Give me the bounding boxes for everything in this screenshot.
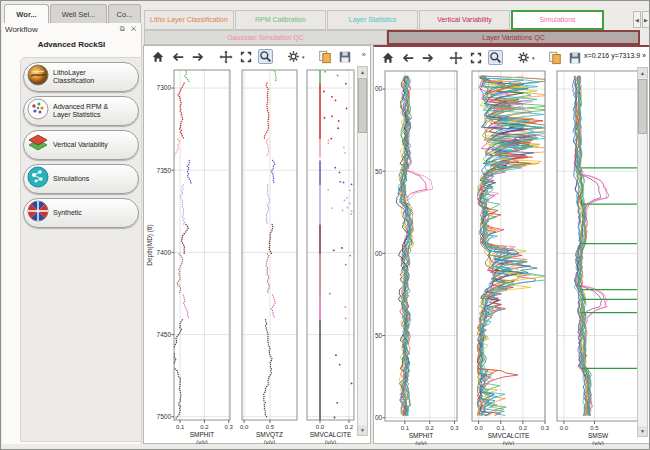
svg-text:(v/v): (v/v): [415, 440, 427, 445]
svg-text:0.2: 0.2: [345, 424, 354, 430]
svg-text:0.3: 0.3: [225, 424, 234, 430]
back-arrow-icon[interactable]: [170, 49, 185, 64]
svg-text:0.2: 0.2: [519, 425, 528, 431]
scroll-up-icon: ▲: [640, 70, 645, 76]
zoom-rect-icon[interactable]: [488, 50, 503, 65]
svg-text:7350: 7350: [157, 167, 172, 174]
forward-arrow-icon[interactable]: [420, 50, 435, 65]
gear-dropdown-caret-icon[interactable]: ▾: [532, 55, 535, 61]
workflow-subtitle: Advanced RockSI: [2, 40, 141, 49]
settings-gear-icon[interactable]: [516, 50, 531, 65]
copy-icon[interactable]: [318, 49, 333, 64]
svg-text:SMSW: SMSW: [588, 432, 609, 439]
save-icon[interactable]: [338, 49, 353, 64]
gear-dropdown-caret-icon[interactable]: ▾: [302, 54, 305, 60]
svg-text:SMVCALCITE: SMVCALCITE: [488, 432, 530, 439]
svg-text:0.1: 0.1: [176, 424, 185, 430]
sidebar-item-vertical-variability[interactable]: Vertical Variability: [23, 130, 139, 160]
svg-text:0.2: 0.2: [200, 424, 209, 430]
svg-text:0.0: 0.0: [474, 425, 483, 431]
svg-text:(v/v): (v/v): [196, 439, 208, 444]
chevron-left-icon: ◀: [635, 17, 639, 23]
scroll-down-button[interactable]: ▼: [638, 426, 647, 436]
right-plot-canvas[interactable]: 0.10.20.3SMPHIT(v/v)0.00.10.20.3SMVCALCI…: [374, 67, 640, 445]
layered-diamonds-icon: [27, 132, 49, 158]
tab-vertical-variability[interactable]: Vertical Variability: [419, 10, 510, 30]
left-plot-toolbar: ▾: [150, 48, 353, 65]
toolbar-overflow-chevrons[interactable]: »: [362, 50, 366, 59]
svg-text:0.0: 0.0: [240, 424, 249, 430]
doc-tab-workflow[interactable]: Wor...: [4, 4, 49, 23]
svg-text:(v/v): (v/v): [264, 439, 276, 444]
scroll-up-button[interactable]: ▲: [638, 68, 647, 78]
svg-text:7500: 7500: [157, 413, 172, 420]
scroll-down-button[interactable]: ▼: [358, 425, 367, 435]
scroll-up-icon: ▲: [360, 69, 365, 75]
scroll-down-icon: ▼: [640, 428, 645, 434]
svg-text:SMPHIT: SMPHIT: [409, 432, 434, 439]
copy-icon[interactable]: [548, 50, 563, 65]
chevron-right-icon: ▶: [644, 17, 648, 23]
svg-text:(v/v): (v/v): [325, 439, 337, 444]
sidebar-item-simulations[interactable]: Simulations: [23, 164, 139, 194]
doc-tab-well-selection[interactable]: Well Sel...: [50, 4, 107, 23]
left-panel-scrollbar[interactable]: ▲ ▼: [357, 66, 368, 436]
application-window: Wor... Well Sel... Co... Litho Layer Cla…: [0, 0, 650, 450]
synthetic-icon: [27, 200, 49, 226]
svg-text:7450: 7450: [157, 331, 172, 338]
tab-rpm-calibration[interactable]: RPM Calibration: [235, 10, 326, 30]
scroll-down-icon: ▼: [360, 427, 365, 433]
subtab-layer-variations-qc[interactable]: Layer Variations QC: [387, 30, 640, 45]
sidebar-item-advanced-rpm-layer-statistics[interactable]: Advanced RPM &Layer Statistics: [23, 96, 139, 126]
svg-text:00: 00: [375, 250, 383, 257]
forward-arrow-icon[interactable]: [190, 49, 205, 64]
fullscreen-icon[interactable]: [468, 50, 483, 65]
sidebar-item-synthetic[interactable]: Synthetic: [23, 198, 139, 228]
molecule-icon: [27, 166, 49, 192]
svg-text:Depth(MD) (ft): Depth(MD) (ft): [146, 224, 154, 266]
svg-text:(v/v): (v/v): [592, 440, 604, 445]
scrollbar-thumb[interactable]: [358, 78, 367, 133]
right-plot-toolbar: ▾: [380, 49, 583, 66]
svg-text:7400: 7400: [157, 249, 172, 256]
pan-icon[interactable]: [448, 50, 463, 65]
workflow-steps-container: LithoLayerClassification Advanced RPM &L…: [20, 57, 142, 442]
zoom-rect-icon[interactable]: [258, 49, 273, 64]
svg-text:SMVQTZ: SMVQTZ: [256, 431, 283, 439]
svg-text:0.2: 0.2: [426, 425, 435, 431]
svg-text:0.5: 0.5: [590, 425, 599, 431]
svg-text:00: 00: [375, 85, 383, 92]
svg-text:0.0: 0.0: [560, 425, 569, 431]
right-panel-scrollbar[interactable]: ▲ ▼: [637, 67, 648, 437]
tab-layer-statistics[interactable]: Layer Statistics: [327, 10, 418, 30]
sidebar-item-litholayer-classification[interactable]: LithoLayerClassification: [23, 62, 139, 92]
tab-litho-layer-classification[interactable]: Litho Layer Classification: [144, 10, 234, 30]
scrollbar-thumb[interactable]: [638, 79, 647, 134]
save-icon[interactable]: [568, 50, 583, 65]
svg-text:50: 50: [375, 168, 383, 175]
svg-text:0.5: 0.5: [266, 424, 275, 430]
tab-scroll-left-button[interactable]: ◀: [633, 11, 641, 28]
gaussian-simulation-qc-panel: ▾ » 0.10.20.3SMPHIT(v/v)0.00.5SMVQTZ(v/v…: [143, 45, 371, 444]
rpm-statistics-icon: [27, 98, 49, 124]
left-plot-canvas[interactable]: 0.10.20.3SMPHIT(v/v)0.00.5SMVQTZ(v/v)0.0…: [144, 66, 357, 444]
tab-scroll-right-button[interactable]: ▶: [642, 11, 650, 28]
subtab-gaussian-simulation-qc[interactable]: Gaussian Simulation QC: [144, 30, 387, 45]
svg-text:0.3: 0.3: [450, 425, 459, 431]
svg-text:00: 00: [375, 414, 383, 421]
tab-simulations[interactable]: Simulations: [511, 10, 604, 30]
coords-overflow-chevrons[interactable]: »: [642, 52, 646, 59]
svg-text:0.0: 0.0: [316, 424, 325, 430]
float-panel-icon[interactable]: ⧉: [120, 25, 127, 32]
fullscreen-icon[interactable]: [238, 49, 253, 64]
scroll-up-button[interactable]: ▲: [358, 67, 367, 77]
home-icon[interactable]: [380, 50, 395, 65]
pan-icon[interactable]: [218, 49, 233, 64]
home-icon[interactable]: [150, 49, 165, 64]
back-arrow-icon[interactable]: [400, 50, 415, 65]
close-panel-icon[interactable]: ✕: [131, 25, 138, 32]
doc-tab-co[interactable]: Co...: [108, 4, 141, 23]
layer-variations-qc-panel: ▾ x=0.216 y=7313.9 » 0.10.20.3SMPHIT(v/v…: [373, 45, 650, 444]
svg-text:0.1: 0.1: [401, 425, 410, 431]
settings-gear-icon[interactable]: [286, 49, 301, 64]
